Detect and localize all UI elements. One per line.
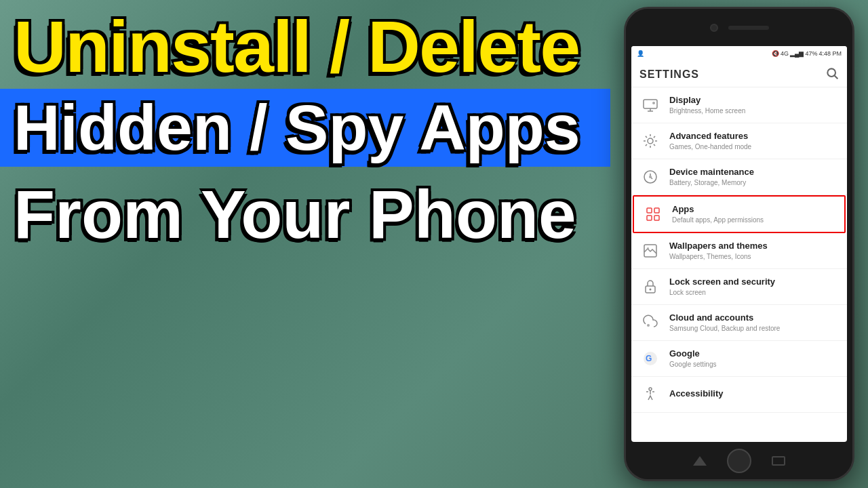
wallpapers-subtitle: Wallpapers, Themes, Icons (669, 252, 839, 261)
settings-item-cloud[interactable]: Cloud and accounts Samsung Cloud, Backup… (631, 305, 847, 341)
settings-title: SETTINGS (639, 68, 699, 81)
title-line-3: From Your Phone (14, 179, 597, 250)
device-maintenance-icon (639, 166, 661, 188)
apps-title: Apps (672, 204, 836, 216)
cloud-title: Cloud and accounts (669, 312, 839, 324)
display-text: Display Brightness, Home screen (669, 95, 839, 116)
lockscreen-subtitle: Lock screen (669, 288, 839, 297)
settings-item-maintenance[interactable]: Device maintenance Battery, Storage, Mem… (631, 159, 847, 195)
google-subtitle: Google settings (669, 360, 839, 369)
svg-point-7 (648, 138, 653, 144)
google-text: Google Google settings (669, 348, 839, 369)
settings-item-accessibility[interactable]: Accessibility (631, 377, 847, 413)
time-display: 4:48 PM (818, 50, 842, 57)
phone: 👤 🔇 4G ▂▄▆ 47% 4:48 PM SETTINGS (624, 7, 854, 481)
svg-point-18 (647, 324, 650, 327)
back-button[interactable] (693, 456, 707, 466)
settings-item-google[interactable]: G Google Google settings (631, 341, 847, 377)
phone-bottom-bar (626, 442, 852, 479)
phone-speaker (728, 26, 769, 30)
apps-text: Apps Default apps, App permissions (672, 204, 836, 225)
svg-rect-11 (654, 208, 659, 213)
google-title: Google (669, 348, 839, 360)
svg-point-6 (652, 102, 655, 104)
title-line-1: Uninstall / Delete (14, 10, 597, 83)
status-bar: 👤 🔇 4G ▂▄▆ 47% 4:48 PM (631, 46, 847, 61)
svg-point-17 (650, 289, 652, 291)
status-left: 👤 (637, 50, 644, 57)
settings-item-apps[interactable]: Apps Default apps, App permissions (633, 195, 846, 233)
svg-text:G: G (646, 354, 652, 363)
svg-rect-10 (647, 208, 652, 213)
settings-item-wallpapers[interactable]: Wallpapers and themes Wallpapers, Themes… (631, 233, 847, 269)
mute-icon: 🔇 (772, 50, 779, 57)
home-button[interactable] (727, 449, 751, 473)
apps-subtitle: Default apps, App permissions (672, 216, 836, 224)
cloud-icon (639, 312, 661, 333)
maintenance-subtitle: Battery, Storage, Memory (669, 178, 839, 187)
maintenance-text: Device maintenance Battery, Storage, Mem… (669, 167, 839, 188)
search-icon[interactable] (825, 66, 839, 83)
svg-point-15 (647, 247, 649, 249)
title-line-2: Hidden / Spy Apps (14, 96, 597, 160)
settings-item-display[interactable]: Display Brightness, Home screen (631, 87, 847, 123)
phone-top-bar (626, 9, 852, 46)
user-icon-status: 👤 (637, 50, 644, 57)
apps-icon (642, 203, 664, 225)
display-icon (639, 94, 661, 116)
cloud-subtitle: Samsung Cloud, Backup and restore (669, 324, 839, 333)
maintenance-title: Device maintenance (669, 167, 839, 178)
settings-item-advanced[interactable]: Advanced features Games, One-handed mode (631, 123, 847, 159)
svg-rect-13 (654, 216, 659, 220)
svg-point-21 (649, 388, 652, 390)
svg-rect-3 (644, 100, 657, 108)
google-icon: G (639, 348, 661, 369)
lock-screen-icon (639, 276, 661, 298)
settings-list: Display Brightness, Home screen Advanced… (631, 87, 847, 442)
status-right: 🔇 4G ▂▄▆ 47% 4:48 PM (772, 50, 842, 57)
thumbnail-text-area: Uninstall / Delete Hidden / Spy Apps Fro… (0, 0, 610, 488)
settings-item-lockscreen[interactable]: Lock screen and security Lock screen (631, 269, 847, 305)
accessibility-text: Accessibility (669, 388, 839, 401)
wallpapers-text: Wallpapers and themes Wallpapers, Themes… (669, 241, 839, 262)
recents-button[interactable] (772, 456, 785, 466)
signal-type: 4G (781, 50, 789, 57)
lockscreen-text: Lock screen and security Lock screen (669, 277, 839, 298)
display-title: Display (669, 95, 839, 106)
svg-rect-12 (647, 216, 652, 220)
wallpapers-title: Wallpapers and themes (669, 241, 839, 252)
wallpapers-icon (639, 240, 661, 262)
advanced-features-icon (639, 130, 661, 152)
phone-screen: 👤 🔇 4G ▂▄▆ 47% 4:48 PM SETTINGS (631, 46, 847, 442)
advanced-title: Advanced features (669, 131, 839, 142)
settings-header: SETTINGS (631, 61, 847, 87)
svg-point-9 (649, 176, 652, 178)
cloud-text: Cloud and accounts Samsung Cloud, Backup… (669, 312, 839, 333)
advanced-subtitle: Games, One-handed mode (669, 142, 839, 151)
accessibility-icon (639, 384, 661, 405)
accessibility-title: Accessibility (669, 388, 839, 400)
lockscreen-title: Lock screen and security (669, 277, 839, 288)
phone-camera (710, 24, 718, 32)
signal-bars: ▂▄▆ (790, 50, 804, 57)
display-subtitle: Brightness, Home screen (669, 106, 839, 115)
blue-banner: Hidden / Spy Apps (0, 89, 610, 167)
phone-body: 👤 🔇 4G ▂▄▆ 47% 4:48 PM SETTINGS (624, 7, 854, 481)
battery-percent: 47% (805, 50, 817, 57)
advanced-text: Advanced features Games, One-handed mode (669, 131, 839, 152)
svg-line-2 (835, 76, 838, 79)
svg-point-1 (827, 68, 835, 77)
